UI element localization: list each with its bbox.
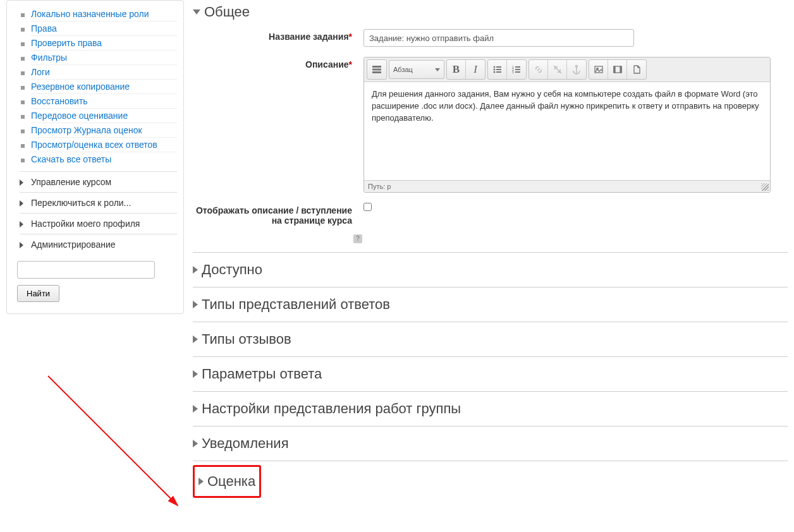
label-name: Название задания*	[193, 29, 363, 47]
chevron-down-icon	[193, 9, 200, 15]
chevron-right-icon	[193, 370, 198, 378]
svg-point-7	[493, 71, 495, 73]
editor-toolbar: Абзац B I	[364, 57, 770, 82]
nav-link-logs[interactable]: Логи	[31, 67, 50, 77]
section-notifications: Уведомления	[193, 426, 788, 461]
section-header-general[interactable]: Общее	[193, 0, 788, 24]
required-mark: *	[349, 59, 352, 70]
nav-item: Проверить права	[31, 35, 177, 50]
section-header-submission-settings[interactable]: Параметры ответа	[193, 357, 788, 391]
nav-item: Скачать все ответы	[31, 152, 177, 166]
link-button[interactable]	[529, 60, 548, 79]
field-description: Абзац B I	[363, 57, 788, 193]
sidebar: Локально назначенные роли Права Проверит…	[0, 0, 184, 514]
nav-link-viewall[interactable]: Просмотр/оценка всех ответов	[31, 140, 157, 150]
svg-text:3: 3	[512, 70, 514, 74]
format-label: Абзац	[393, 66, 413, 73]
section-header-group-submission[interactable]: Настройки представления работ группы	[193, 392, 788, 426]
search-button[interactable]: Найти	[17, 285, 59, 302]
nav-link-filters[interactable]: Фильтры	[31, 52, 67, 63]
section-header-submission-types[interactable]: Типы представлений ответов	[193, 287, 788, 322]
section-title: Параметры ответа	[202, 366, 322, 382]
file-button[interactable]	[627, 60, 646, 79]
section-title: Типы представлений ответов	[202, 296, 390, 313]
nav-item: Передовое оценивание	[31, 108, 177, 123]
bold-button[interactable]: B	[447, 60, 466, 79]
nav-link-backup[interactable]: Резервное копирование	[31, 82, 130, 92]
tree-item-admin[interactable]: Администрирование	[20, 234, 177, 255]
nav-link-advgrading[interactable]: Передовое оценивание	[31, 111, 128, 121]
section-header-notifications[interactable]: Уведомления	[193, 426, 788, 461]
svg-rect-2	[372, 71, 381, 73]
field-showdescription	[363, 203, 788, 226]
chevron-right-icon	[193, 336, 198, 343]
row-description: Описание* Абзац	[193, 52, 788, 198]
resize-grip-icon[interactable]	[761, 183, 769, 191]
nav-list: Локально назначенные роли Права Проверит…	[13, 7, 177, 166]
main-content: Общее Название задания* Описание*	[184, 0, 794, 514]
nav-item: Просмотр/оценка всех ответов	[31, 137, 177, 152]
rich-text-editor: Абзац B I	[363, 57, 771, 193]
section-header-availability[interactable]: Доступно	[193, 253, 788, 287]
section-header-grade[interactable]: Оценка	[198, 468, 255, 495]
svg-rect-10	[515, 66, 520, 68]
help-icon[interactable]: ?	[353, 234, 362, 243]
anchor-button[interactable]	[567, 60, 586, 79]
svg-rect-6	[496, 69, 501, 70]
assignment-name-input[interactable]	[363, 29, 634, 47]
chevron-right-icon	[193, 266, 198, 274]
bullet-list-button[interactable]	[488, 60, 507, 79]
nav-item: Восстановить	[31, 94, 177, 108]
tree-item-profile[interactable]: Настройки моего профиля	[20, 213, 177, 234]
field-name	[363, 29, 788, 47]
showdescription-checkbox[interactable]	[363, 203, 372, 211]
chevron-right-icon	[198, 478, 204, 485]
section-general: Общее Название задания* Описание*	[193, 0, 788, 253]
section-submission-types: Типы представлений ответов	[193, 287, 788, 322]
nav-block: Локально назначенные роли Права Проверит…	[6, 0, 184, 314]
svg-rect-14	[515, 71, 520, 73]
section-title: Настройки представления работ группы	[202, 401, 461, 417]
nav-item: Локально назначенные роли	[31, 7, 177, 21]
nav-link-restore[interactable]: Восстановить	[31, 96, 88, 106]
search-input[interactable]	[17, 261, 155, 279]
nav-link-gradebook[interactable]: Просмотр Журнала оценок	[31, 125, 142, 135]
help-row: ?	[193, 231, 788, 252]
nav-link-permissions[interactable]: Права	[31, 23, 57, 33]
section-header-feedback-types[interactable]: Типы отзывов	[193, 322, 788, 356]
image-button[interactable]	[589, 60, 608, 79]
nav-item: Просмотр Журнала оценок	[31, 123, 177, 137]
italic-button[interactable]: I	[466, 60, 485, 79]
section-title: Доступно	[202, 262, 262, 278]
row-name: Название задания*	[193, 24, 788, 52]
numbered-list-button[interactable]: 123	[507, 60, 526, 79]
nav-link-checkperm[interactable]: Проверить права	[31, 38, 102, 48]
row-showdescription: Отображать описание / вступление на стра…	[193, 198, 788, 231]
nav-link-roles[interactable]: Локально назначенные роли	[31, 9, 149, 19]
annotation-highlight: Оценка	[193, 465, 261, 498]
format-select[interactable]: Абзац	[389, 60, 444, 79]
section-title: Уведомления	[202, 435, 289, 452]
unlink-button[interactable]	[548, 60, 567, 79]
toolbar-toggle-button[interactable]	[367, 60, 386, 79]
svg-rect-0	[372, 66, 381, 68]
chevron-right-icon	[193, 405, 198, 413]
section-grade: Оценка	[193, 461, 788, 502]
svg-point-5	[493, 69, 495, 71]
nav-item: Фильтры	[31, 50, 177, 64]
svg-rect-20	[620, 66, 621, 73]
section-title: Оценка	[207, 473, 255, 490]
media-button[interactable]	[608, 60, 627, 79]
tree-item-switchrole[interactable]: Переключиться к роли...	[20, 192, 177, 213]
svg-point-3	[493, 66, 495, 68]
nav-item: Логи	[31, 64, 177, 79]
section-title: Типы отзывов	[202, 331, 291, 348]
nav-link-download[interactable]: Скачать все ответы	[31, 154, 111, 164]
svg-rect-8	[496, 71, 501, 73]
tree-item-course[interactable]: Управление курсом	[20, 171, 177, 192]
nav-item: Права	[31, 21, 177, 35]
section-submission-settings: Параметры ответа	[193, 357, 788, 392]
search-row: Найти	[13, 261, 177, 302]
required-mark: *	[349, 32, 352, 42]
editor-textarea[interactable]: Для решения данного задания, Вам нужно у…	[364, 82, 770, 180]
